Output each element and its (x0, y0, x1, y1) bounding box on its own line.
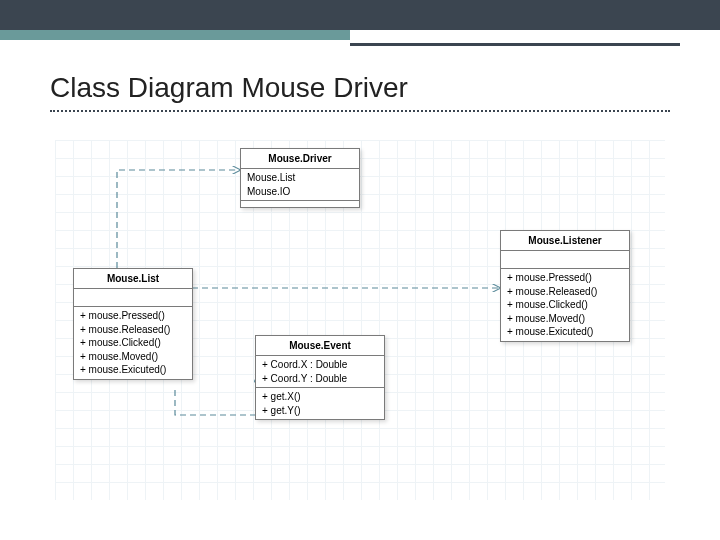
method: + mouse.Released() (80, 323, 186, 337)
method: + mouse.Pressed() (80, 309, 186, 323)
page-title: Class Diagram Mouse Driver (50, 72, 408, 104)
methods-section (241, 201, 359, 207)
class-mouse-list: Mouse.List + mouse.Pressed() + mouse.Rel… (73, 268, 193, 380)
method: + mouse.Pressed() (507, 271, 623, 285)
attributes-section (74, 289, 192, 307)
top-bar (0, 0, 720, 30)
class-title: Mouse.Event (256, 336, 384, 356)
class-mouse-driver: Mouse.Driver Mouse.List Mouse.IO (240, 148, 360, 208)
attr: Mouse.IO (247, 185, 353, 199)
method: + mouse.Clicked() (507, 298, 623, 312)
attributes-section: Mouse.List Mouse.IO (241, 169, 359, 201)
attributes-section (501, 251, 629, 269)
method: + mouse.Clicked() (80, 336, 186, 350)
method: + mouse.Moved() (80, 350, 186, 364)
method: + mouse.Moved() (507, 312, 623, 326)
accent-bar (0, 30, 350, 40)
class-title: Mouse.Driver (241, 149, 359, 169)
method: + mouse.Exicuted() (507, 325, 623, 339)
class-mouse-event: Mouse.Event + Coord.X : Double + Coord.Y… (255, 335, 385, 420)
method: + mouse.Released() (507, 285, 623, 299)
method: + get.X() (262, 390, 378, 404)
attr: + Coord.Y : Double (262, 372, 378, 386)
methods-section: + mouse.Pressed() + mouse.Released() + m… (501, 269, 629, 341)
methods-section: + mouse.Pressed() + mouse.Released() + m… (74, 307, 192, 379)
attr: Mouse.List (247, 171, 353, 185)
title-rule-dotted (50, 110, 670, 112)
title-rule-solid (350, 43, 680, 46)
diagram-canvas: Mouse.Driver Mouse.List Mouse.IO Mouse.L… (55, 140, 665, 500)
methods-section: + get.X() + get.Y() (256, 388, 384, 419)
class-title: Mouse.List (74, 269, 192, 289)
method: + mouse.Exicuted() (80, 363, 186, 377)
class-title: Mouse.Listener (501, 231, 629, 251)
method: + get.Y() (262, 404, 378, 418)
class-mouse-listener: Mouse.Listener + mouse.Pressed() + mouse… (500, 230, 630, 342)
attributes-section: + Coord.X : Double + Coord.Y : Double (256, 356, 384, 388)
attr: + Coord.X : Double (262, 358, 378, 372)
